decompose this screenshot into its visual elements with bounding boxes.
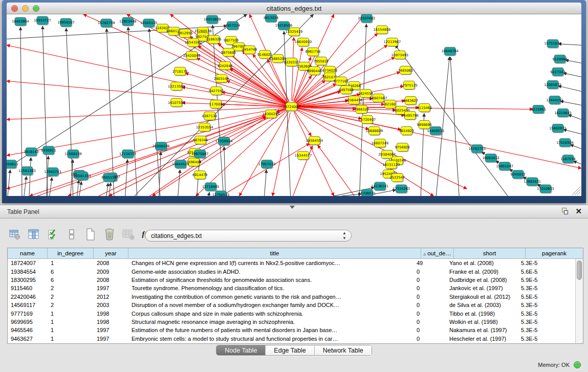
column-header-title[interactable]: title bbox=[128, 248, 421, 258]
graph-node[interactable]: 20587682 bbox=[358, 14, 376, 24]
table-options-button[interactable] bbox=[8, 228, 21, 241]
table-row[interactable]: 1456911722003Disruption of a novel membe… bbox=[8, 301, 575, 309]
graph-node[interactable]: 11561283 bbox=[18, 167, 36, 176]
graph-edge[interactable] bbox=[50, 178, 52, 196]
graph-node[interactable]: 8215955 bbox=[531, 105, 546, 115]
graph-node[interactable]: 16648784 bbox=[441, 47, 459, 56]
graph-edge[interactable] bbox=[209, 192, 210, 196]
graph-edge[interactable] bbox=[7, 45, 286, 105]
graph-edge[interactable] bbox=[560, 101, 581, 105]
graph-node[interactable]: 17975125 bbox=[401, 81, 418, 90]
graph-node[interactable]: 62160 bbox=[384, 100, 396, 109]
graph-node[interactable]: 8186328 bbox=[206, 35, 221, 45]
tab-edge-table[interactable]: Edge Table bbox=[266, 345, 314, 355]
graph-node[interactable]: 19218506 bbox=[275, 21, 293, 31]
graph-node[interactable]: 10688609 bbox=[366, 127, 383, 136]
graph-node[interactable]: 2522547 bbox=[390, 173, 405, 183]
graph-node[interactable]: 1167534 bbox=[560, 155, 575, 164]
graph-edge[interactable] bbox=[77, 180, 79, 196]
tab-network-table[interactable]: Network Table bbox=[315, 345, 372, 355]
graph-node[interactable]: 9115460 bbox=[417, 103, 432, 113]
graph-edge[interactable] bbox=[436, 57, 449, 196]
column-header-short[interactable]: short bbox=[454, 248, 526, 258]
graph-node[interactable]: 15901247 bbox=[496, 162, 513, 171]
graph-edge[interactable] bbox=[79, 182, 81, 196]
graph-edge[interactable] bbox=[318, 145, 354, 196]
graph-edge[interactable] bbox=[292, 37, 294, 101]
graph-node[interactable]: 9777163 bbox=[334, 77, 349, 86]
graph-node[interactable]: 17334263 bbox=[393, 185, 410, 194]
graph-node[interactable]: 9245012 bbox=[510, 170, 525, 180]
graph-node[interactable]: 12093872 bbox=[544, 80, 561, 90]
graph-node[interactable]: 16782753 bbox=[468, 145, 486, 154]
graph-edge[interactable] bbox=[7, 107, 286, 120]
table-row[interactable]: 977716911998Corpus callosum shape and si… bbox=[8, 309, 575, 317]
graph-edge[interactable] bbox=[573, 161, 581, 164]
graph-node[interactable]: 18640910 bbox=[295, 38, 312, 47]
graph-node[interactable]: 9129966 bbox=[552, 55, 567, 64]
graph-edge[interactable] bbox=[450, 57, 459, 196]
graph-node[interactable]: 6497568 bbox=[339, 85, 354, 95]
close-panel-icon[interactable]: ✕ bbox=[575, 207, 582, 215]
column-header-out_degree[interactable]: ▵out_de… bbox=[421, 248, 454, 258]
graph-node[interactable]: 19063412 bbox=[482, 154, 499, 163]
graph-node[interactable]: 12213589 bbox=[168, 82, 185, 91]
column-header-in_degree[interactable]: in_degree bbox=[48, 248, 94, 258]
table-row[interactable]: 1830029562008Estimation of significance … bbox=[8, 276, 575, 284]
column-header-year[interactable]: year bbox=[94, 248, 128, 258]
graph-edge[interactable] bbox=[296, 109, 467, 189]
graph-node[interactable]: 12213967 bbox=[384, 38, 401, 47]
graph-edge[interactable] bbox=[570, 145, 581, 149]
graph-node[interactable]: 9654923 bbox=[399, 127, 414, 136]
graph-edge[interactable] bbox=[568, 115, 581, 119]
graph-edge[interactable] bbox=[178, 170, 180, 196]
graph-edge[interactable] bbox=[395, 45, 508, 196]
graph-node[interactable]: 6914479 bbox=[192, 171, 207, 180]
graph-node[interactable]: 8912955 bbox=[178, 29, 192, 38]
graph-node[interactable]: 7485063 bbox=[398, 66, 413, 75]
graph-node[interactable]: 117008 bbox=[209, 100, 222, 109]
graph-edge[interactable] bbox=[565, 60, 581, 63]
graph-node[interactable]: 14136141 bbox=[372, 182, 389, 191]
table-row[interactable]: 1872400712008Changes of HCN gene express… bbox=[8, 259, 575, 267]
graph-edge[interactable] bbox=[297, 108, 581, 168]
graph-node[interactable]: 8427552 bbox=[209, 86, 224, 96]
graph-edge[interactable] bbox=[230, 69, 287, 104]
table-row[interactable]: 969969511998Structural magnetic resonanc… bbox=[8, 318, 575, 326]
show-columns-button[interactable] bbox=[27, 228, 40, 241]
column-header-pagerank[interactable]: pagerank bbox=[526, 248, 583, 258]
graph-node[interactable]: 3919143 bbox=[24, 148, 38, 157]
graph-node[interactable]: 9756928 bbox=[395, 143, 410, 152]
vertical-scrollbar[interactable] bbox=[575, 259, 583, 343]
scrollbar-thumb[interactable] bbox=[577, 260, 582, 280]
graph-node[interactable]: 15718485 bbox=[202, 183, 220, 192]
float-panel-icon[interactable] bbox=[561, 207, 569, 215]
graph-node[interactable]: 12923448 bbox=[119, 17, 137, 27]
graph-edge[interactable] bbox=[29, 158, 31, 196]
graph-node[interactable]: 9898695 bbox=[417, 121, 432, 130]
graph-edge[interactable] bbox=[109, 183, 111, 196]
graph-node[interactable]: 12134757 bbox=[119, 150, 137, 159]
graph-node[interactable]: 17957223 bbox=[258, 160, 276, 169]
graph-node[interactable]: 16053809 bbox=[204, 15, 221, 25]
row-height-button[interactable] bbox=[65, 228, 78, 241]
graph-node[interactable]: 16154808 bbox=[374, 26, 391, 35]
graph-node[interactable]: 17016504 bbox=[556, 139, 574, 148]
graph-node[interactable]: 7955812 bbox=[314, 57, 329, 66]
graph-node[interactable]: 11568159 bbox=[64, 150, 82, 159]
graph-node[interactable]: 8813034 bbox=[264, 14, 278, 23]
graph-node[interactable]: 9227343 bbox=[550, 68, 565, 77]
graph-node[interactable]: 8267130 bbox=[202, 112, 217, 121]
table-row[interactable]: 911546021997Tourette syndrome. Phenomeno… bbox=[8, 284, 575, 292]
graph-node[interactable]: 17010653 bbox=[537, 185, 554, 194]
graph-node[interactable]: 9875685 bbox=[221, 48, 236, 57]
graph-node[interactable]: 8454749 bbox=[242, 46, 257, 55]
graph-edge[interactable] bbox=[558, 44, 581, 45]
graph-node[interactable]: 9242844 bbox=[217, 61, 232, 71]
graph-node[interactable]: 9350611 bbox=[7, 160, 18, 169]
graph-node[interactable]: 12444151 bbox=[546, 96, 563, 105]
table-row[interactable]: 946554611997Estimation of the future num… bbox=[8, 326, 575, 334]
graph-node[interactable]: 2803144 bbox=[214, 74, 229, 83]
graph-node[interactable]: 10553727 bbox=[34, 16, 51, 26]
graph-node[interactable]: 15720407 bbox=[359, 116, 376, 125]
